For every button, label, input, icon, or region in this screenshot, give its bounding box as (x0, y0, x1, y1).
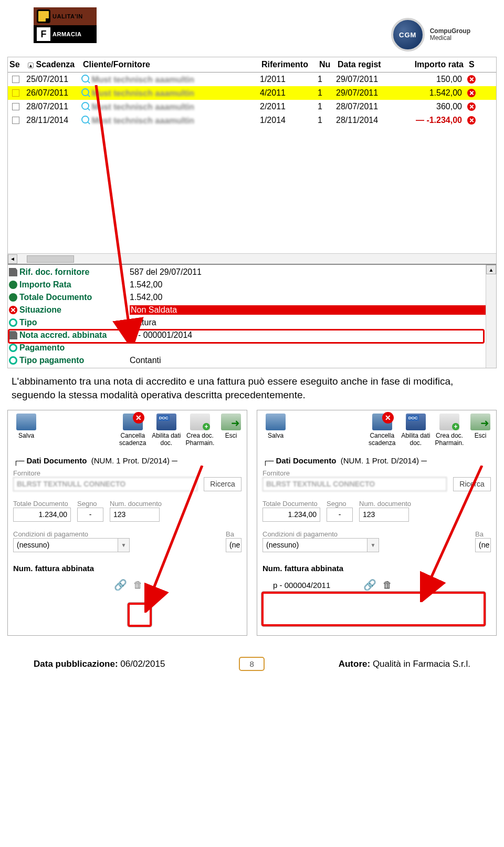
floppy-icon (266, 414, 286, 430)
num-fattura-label: Num. fattura abbinata (13, 564, 242, 573)
ricerca-button[interactable]: Ricerca (204, 477, 242, 491)
new-doc-icon (439, 414, 459, 430)
floppy-icon (16, 414, 36, 430)
status-icon (467, 116, 476, 125)
cancel-deadline-button[interactable]: Cancella scadenza (117, 414, 149, 447)
page-number: 8 (239, 657, 264, 671)
numdoc-input[interactable]: 123 (359, 508, 409, 522)
trash-icon[interactable]: 🗑 (132, 578, 144, 592)
link-icon[interactable]: 🔗 (113, 578, 127, 592)
enable-doc-button[interactable]: Abilita dati doc. (150, 414, 183, 447)
cancel-icon (123, 414, 143, 430)
condizioni-select[interactable]: (nessuno) (13, 538, 118, 552)
cgm-logo: CGM CompuGroupMedical (391, 18, 470, 51)
detail-pane: Rif. doc. fornitore587 del 29/07/2011 Im… (8, 264, 496, 368)
numdoc-input[interactable]: 123 (110, 508, 160, 522)
link-icon[interactable]: 🔗 (363, 578, 376, 592)
exit-icon (470, 414, 490, 430)
qf-logo: UALITA'IN FARMACIA (34, 7, 97, 43)
search-icon[interactable] (81, 116, 89, 123)
search-icon[interactable] (81, 102, 89, 110)
table-row[interactable]: 25/07/2011 Must technisch aaamultin 1/20… (8, 73, 496, 86)
exit-button[interactable]: Esci (217, 414, 245, 447)
screenshot-dialog-left: Salva Cancella scadenza Abilita dati doc… (7, 410, 247, 636)
grid-header: Se ▲ Scadenza Cliente/Fornitore Riferime… (8, 57, 496, 73)
enable-doc-button[interactable]: Abilita dati doc. (400, 414, 432, 447)
save-button[interactable]: Salva (10, 414, 43, 447)
ba-select[interactable]: (ne (226, 538, 242, 552)
fornitore-input[interactable]: BLRST TEXTNULL CONNECTO (262, 477, 447, 491)
error-icon (9, 306, 17, 314)
fieldset-title: ┌─ Dati Documento (NUM. 1 Prot. D/2014) … (13, 456, 242, 465)
totale-input[interactable]: 1.234,00 (13, 508, 71, 522)
circle-icon (9, 344, 17, 352)
fattura-abbinata-value: p - 000004/2011 (266, 581, 358, 590)
page-footer: Data pubblicazione: 06/02/2015 8 Autore:… (7, 636, 497, 671)
fornitore-label: Fornitore (13, 469, 242, 477)
euro-icon (9, 293, 17, 302)
screenshot-main: Se ▲ Scadenza Cliente/Fornitore Riferime… (7, 57, 497, 368)
totale-input[interactable]: 1.234,00 (262, 508, 320, 522)
trash-icon[interactable]: 🗑 (382, 578, 393, 592)
circle-icon (9, 318, 17, 327)
ricerca-button[interactable]: Ricerca (453, 477, 491, 491)
highlight-box (128, 603, 152, 627)
page-header: UALITA'IN FARMACIA CGM CompuGroupMedical (7, 7, 497, 51)
create-doc-button[interactable]: Crea doc. Pharmain. (433, 414, 466, 447)
horizontal-scrollbar[interactable]: ◄ (8, 253, 496, 264)
save-button[interactable]: Salva (259, 414, 292, 447)
cancel-icon (372, 414, 392, 430)
body-text: L'abbinamento tra una nota di accredito … (7, 368, 497, 407)
cancel-deadline-button[interactable]: Cancella scadenza (366, 414, 398, 447)
vertical-scrollbar[interactable]: ▲ (486, 265, 496, 368)
create-doc-button[interactable]: Crea doc. Pharmain. (184, 414, 216, 447)
condizioni-select[interactable]: (nessuno) (262, 538, 368, 552)
fornitore-input[interactable]: BLRST TEXTNULL CONNECTO (13, 477, 197, 491)
doc-icon (9, 268, 17, 276)
segno-input[interactable]: - (77, 508, 103, 522)
chevron-down-icon[interactable]: ▼ (118, 538, 130, 552)
doc-icon (9, 331, 17, 339)
fieldset-title: ┌─ Dati Documento (NUM. 1 Prot. D/2014) … (262, 456, 491, 465)
table-row[interactable]: 28/11/2014 Must technisch aaamultin 1/20… (8, 113, 496, 127)
table-row[interactable]: 26/07/2011 Must technisch aaamultin 4/20… (8, 86, 496, 100)
status-icon (467, 89, 476, 97)
table-row[interactable]: 28/07/2011 Must technisch aaamultin 2/20… (8, 100, 496, 113)
search-icon[interactable] (81, 88, 89, 96)
doc-icon (406, 414, 426, 430)
num-fattura-label: Num. fattura abbinata (262, 564, 491, 573)
doc-icon (156, 414, 176, 430)
highlight-box (261, 592, 486, 626)
screenshot-dialog-right: Salva Cancella scadenza Abilita dati doc… (257, 410, 497, 636)
chevron-down-icon[interactable]: ▼ (368, 538, 379, 552)
circle-icon (9, 356, 17, 365)
segno-input[interactable]: - (327, 508, 353, 522)
exit-button[interactable]: Esci (467, 414, 494, 447)
fornitore-label: Fornitore (262, 469, 491, 477)
new-doc-icon (190, 414, 210, 430)
ba-select[interactable]: (ne (475, 538, 491, 552)
grid-body: 25/07/2011 Must technisch aaamultin 1/20… (8, 73, 496, 127)
search-icon[interactable] (81, 75, 89, 82)
exit-icon (221, 414, 241, 430)
euro-icon (9, 281, 17, 289)
status-icon (467, 75, 476, 84)
status-icon (467, 102, 476, 111)
